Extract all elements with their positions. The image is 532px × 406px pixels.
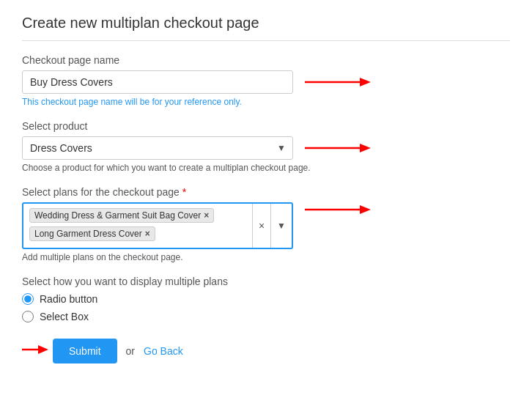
plans-section: Select plans for the checkout page * Wed… <box>22 186 510 262</box>
or-text: or <box>126 345 135 357</box>
tag-remove-long[interactable]: × <box>145 229 150 239</box>
tag-long-garment: Long Garment Dress Cover × <box>29 226 155 241</box>
svg-marker-7 <box>38 345 48 354</box>
svg-marker-5 <box>360 205 371 214</box>
tag-wedding-dress: Wedding Dress & Garment Suit Bag Cover × <box>29 208 214 223</box>
tag-label: Wedding Dress & Garment Suit Bag Cover <box>34 210 201 221</box>
radio-option-radio[interactable]: Radio button <box>22 293 510 305</box>
required-marker: * <box>180 186 186 198</box>
product-select-wrapper: Dress Covers Other Product ▼ <box>22 136 293 160</box>
svg-marker-1 <box>360 78 371 86</box>
product-select[interactable]: Dress Covers Other Product <box>22 136 293 160</box>
checkout-name-label: Checkout page name <box>22 54 510 66</box>
submit-row: Submit <box>22 339 117 363</box>
display-label: Select how you want to display multiple … <box>22 276 510 287</box>
tag-remove-wedding[interactable]: × <box>204 210 209 221</box>
arrow-checkout-name <box>305 75 371 89</box>
page-title: Create new multiplan checkout page <box>22 15 510 41</box>
select-box-label: Select Box <box>40 311 89 322</box>
plans-tags-area: Wedding Dress & Garment Suit Bag Cover ×… <box>29 208 286 241</box>
go-back-link[interactable]: Go Back <box>144 345 183 357</box>
plans-hint: Add multiple plans on the checkout page. <box>22 252 510 262</box>
radio-option-select[interactable]: Select Box <box>22 311 510 322</box>
checkout-name-input[interactable] <box>22 70 293 94</box>
radio-button-input[interactable] <box>22 293 34 305</box>
multiselect-clear-button[interactable]: × <box>253 204 271 248</box>
form-footer: Submit or Go Back <box>22 339 510 363</box>
checkout-name-section: Checkout page name This checkout page na… <box>22 54 510 107</box>
select-box-input[interactable] <box>22 311 34 322</box>
multiselect-dropdown-button[interactable]: ▼ <box>271 204 292 248</box>
product-hint: Choose a product for which you want to c… <box>22 163 510 173</box>
display-radio-group: Radio button Select Box <box>22 293 510 322</box>
multiselect-actions: × ▼ <box>252 204 292 248</box>
display-section: Select how you want to display multiple … <box>22 276 510 322</box>
arrow-plans <box>305 202 371 217</box>
plans-multiselect[interactable]: Wedding Dress & Garment Suit Bag Cover ×… <box>22 202 293 249</box>
product-section: Select product Dress Covers Other Produc… <box>22 120 510 173</box>
checkout-name-hint: This checkout page name will be for your… <box>22 97 510 107</box>
product-label: Select product <box>22 120 510 132</box>
svg-marker-3 <box>360 144 371 152</box>
arrow-product <box>305 141 371 155</box>
arrow-submit <box>22 342 48 360</box>
submit-button[interactable]: Submit <box>53 339 117 363</box>
radio-button-label: Radio button <box>40 293 97 305</box>
tag-label: Long Garment Dress Cover <box>34 229 142 239</box>
plans-label: Select plans for the checkout page * <box>22 186 510 198</box>
